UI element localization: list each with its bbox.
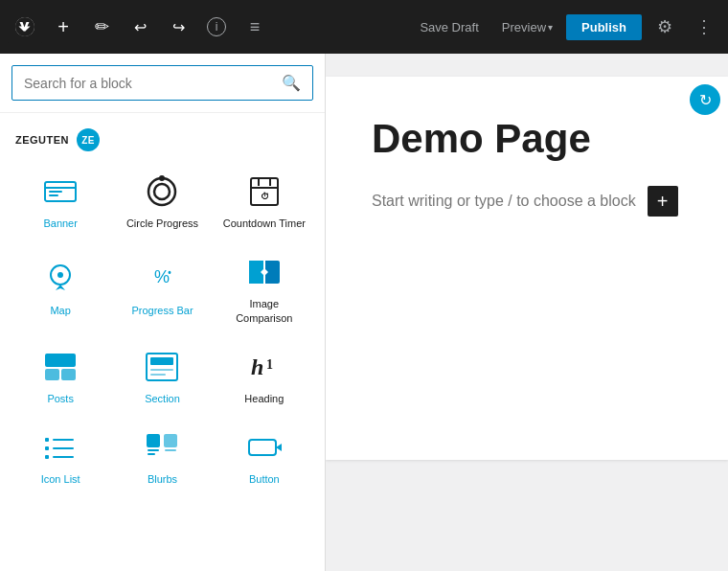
info-button[interactable]: i (199, 10, 234, 44)
wp-logo[interactable] (8, 10, 42, 44)
settings-button[interactable]: ⚙ (649, 11, 680, 43)
image-comparison-label: Image Comparison (223, 297, 306, 325)
block-search-section: 🔍 (0, 54, 325, 113)
map-label: Map (50, 304, 70, 317)
svg-rect-3 (49, 191, 62, 193)
pencil-icon: ✏ (95, 16, 109, 37)
block-item-banner[interactable]: Banner (11, 163, 109, 240)
list-view-button[interactable]: ≡ (238, 10, 272, 44)
edit-button[interactable]: ✏ (84, 10, 119, 44)
block-item-circle-progress[interactable]: Circle Progress (113, 163, 211, 240)
placeholder-row: Start writing or type / to choose a bloc… (372, 186, 682, 217)
svg-rect-27 (150, 374, 166, 376)
toolbar-right: Save Draft Preview ▾ Publish ⚙ ⋮ (410, 11, 720, 43)
save-draft-button[interactable]: Save Draft (410, 14, 488, 40)
progress-bar-icon: % • (145, 262, 179, 296)
search-icon[interactable]: 🔍 (282, 74, 301, 92)
redo-button[interactable]: ↪ (161, 10, 195, 44)
publish-button[interactable]: Publish (566, 14, 642, 40)
section-label: Section (145, 392, 180, 405)
info-icon: i (207, 17, 226, 36)
heading-label: Heading (244, 392, 284, 405)
icon-list-icon (43, 430, 78, 465)
search-container: 🔍 (11, 65, 313, 101)
svg-rect-25 (150, 357, 173, 365)
svg-rect-4 (49, 194, 58, 196)
svg-text:⏱: ⏱ (260, 192, 268, 201)
svg-rect-33 (53, 447, 74, 449)
countdown-icon: ⏱ (247, 174, 282, 209)
zeguten-text: ZEGUTEN (15, 134, 69, 146)
svg-rect-32 (45, 446, 49, 450)
block-item-progress-bar[interactable]: % • Progress Bar (113, 243, 211, 334)
block-item-map[interactable]: Map (11, 243, 109, 334)
block-item-blurbs[interactable]: Blurbs (113, 419, 211, 495)
posts-icon (43, 350, 78, 384)
preview-button[interactable]: Preview ▾ (496, 14, 558, 40)
chevron-down-icon: ▾ (548, 22, 553, 33)
button-label: Button (249, 472, 280, 486)
block-item-image-comparison[interactable]: Image Comparison (216, 243, 313, 334)
blurbs-label: Blurbs (148, 472, 177, 486)
plus-icon: + (657, 192, 669, 211)
svg-rect-30 (45, 438, 49, 442)
undo-button[interactable]: ↩ (123, 10, 157, 44)
svg-rect-41 (249, 440, 276, 455)
block-item-button[interactable]: Button (216, 419, 313, 495)
main-content: 🔍 ZEGUTEN Ze (0, 54, 728, 571)
blocks-scroll-area: ZEGUTEN Ze Ba (0, 113, 325, 571)
svg-rect-39 (164, 434, 177, 447)
image-comparison-icon (247, 255, 282, 289)
blurbs-icon (145, 430, 179, 465)
search-input[interactable] (24, 76, 274, 91)
editor-area: Demo Page Start writing or type / to cho… (326, 54, 728, 571)
add-block-toolbar-button[interactable]: + (46, 10, 80, 44)
refresh-avatar: ↻ (690, 84, 720, 115)
svg-point-7 (159, 175, 165, 181)
plus-icon: + (57, 16, 69, 38)
blocks-grid: Banner Circle Progress (0, 155, 325, 503)
icon-list-label: Icon List (41, 472, 80, 486)
block-item-countdown[interactable]: ⏱ Countdown Timer (216, 163, 313, 240)
countdown-label: Countdown Timer (223, 217, 306, 230)
svg-text:h: h (251, 354, 263, 379)
heading-icon: h 1 (247, 350, 282, 384)
button-block-icon (247, 430, 282, 465)
posts-label: Posts (47, 392, 74, 405)
svg-rect-31 (53, 439, 74, 441)
svg-rect-38 (148, 453, 155, 455)
svg-rect-23 (61, 369, 76, 380)
banner-label: Banner (43, 217, 77, 230)
toolbar-left: + ✏ ↩ ↪ i ≡ (8, 10, 272, 44)
svg-point-5 (148, 178, 175, 205)
block-item-posts[interactable]: Posts (11, 338, 109, 415)
block-item-icon-list[interactable]: Icon List (11, 419, 109, 495)
zeguten-section-label: ZEGUTEN Ze (0, 121, 325, 155)
map-icon (43, 262, 78, 296)
svg-point-6 (154, 184, 170, 199)
toolbar: + ✏ ↩ ↪ i ≡ Save Draft Preview ▾ Publish… (0, 0, 728, 54)
sidebar-panel: 🔍 ZEGUTEN Ze (0, 54, 326, 571)
svg-text:1: 1 (266, 357, 273, 372)
block-item-section[interactable]: Section (113, 338, 211, 415)
refresh-icon: ↻ (699, 91, 712, 109)
editor-canvas: Demo Page Start writing or type / to cho… (326, 77, 728, 460)
svg-rect-37 (148, 449, 159, 451)
redo-icon: ↪ (172, 18, 185, 36)
svg-rect-40 (165, 449, 176, 451)
circle-progress-icon (145, 174, 179, 209)
block-item-heading[interactable]: h 1 Heading (216, 338, 313, 415)
svg-rect-26 (150, 369, 173, 371)
circle-progress-label: Circle Progress (126, 217, 198, 230)
svg-text:•: • (169, 267, 172, 278)
add-block-button[interactable]: + (648, 186, 678, 217)
svg-rect-34 (45, 455, 49, 459)
zeguten-badge: Ze (77, 128, 100, 151)
undo-icon: ↩ (134, 18, 147, 36)
more-icon: ⋮ (695, 17, 713, 36)
list-icon: ≡ (250, 17, 261, 37)
page-title: Demo Page (372, 115, 682, 163)
progress-bar-label: Progress Bar (131, 304, 193, 317)
more-options-button[interactable]: ⋮ (688, 11, 720, 43)
svg-rect-35 (53, 456, 74, 458)
